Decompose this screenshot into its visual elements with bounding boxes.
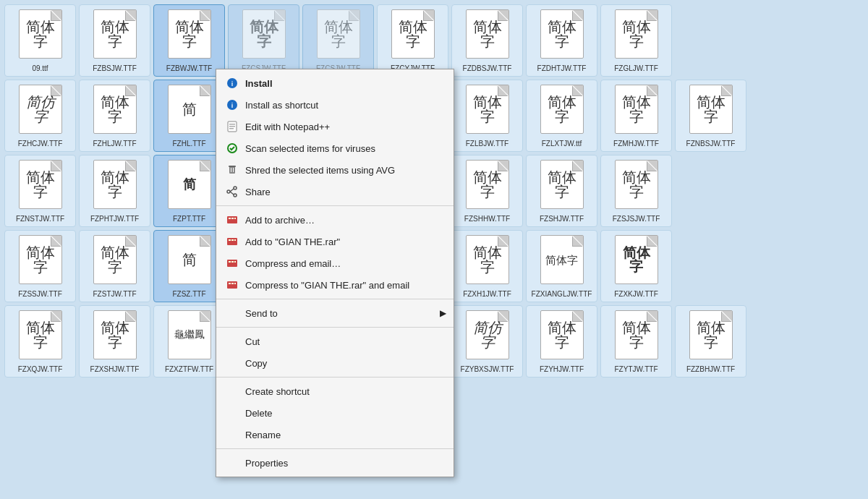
svg-rect-5 bbox=[229, 124, 235, 125]
menu-separator-3 bbox=[216, 327, 454, 328]
svg-rect-18 bbox=[227, 216, 237, 223]
install-shortcut-menu-item[interactable]: i Install as shortcut bbox=[216, 94, 454, 116]
svg-rect-31 bbox=[229, 283, 231, 284]
properties-menu-item[interactable]: Properties bbox=[216, 452, 454, 474]
svg-rect-10 bbox=[229, 166, 236, 167]
create-shortcut-menu-item[interactable]: Create shortcut bbox=[216, 380, 454, 402]
rename-menu-item[interactable]: Rename bbox=[216, 424, 454, 445]
svg-point-13 bbox=[234, 187, 237, 189]
cut-menu-item[interactable]: Cut bbox=[216, 330, 454, 352]
archive-icon-3 bbox=[225, 256, 239, 270]
compress-gianthe-email-menu-item[interactable]: Compress to "GIAN THE.rar" and email bbox=[216, 274, 454, 296]
menu-separator-2 bbox=[216, 299, 454, 299]
add-archive-menu-item[interactable]: Add to archive… bbox=[216, 209, 454, 231]
svg-rect-7 bbox=[229, 128, 234, 129]
svg-rect-23 bbox=[229, 239, 231, 241]
svg-rect-26 bbox=[227, 260, 237, 267]
svg-rect-6 bbox=[229, 126, 235, 127]
share-icon bbox=[225, 184, 239, 199]
context-menu: i Install i Install as shortcut Edit wit… bbox=[216, 69, 454, 477]
svg-rect-22 bbox=[227, 238, 237, 245]
scan-viruses-menu-item[interactable]: Scan selected items for viruses bbox=[216, 137, 454, 159]
context-menu-overlay: i Install i Install as shortcut Edit wit… bbox=[0, 0, 868, 499]
svg-rect-30 bbox=[227, 281, 237, 289]
svg-line-16 bbox=[230, 189, 234, 192]
svg-rect-19 bbox=[229, 218, 231, 219]
submenu-arrow: ▶ bbox=[440, 308, 446, 318]
svg-text:i: i bbox=[231, 80, 234, 88]
notepad-icon bbox=[225, 119, 239, 134]
archive-icon-4 bbox=[225, 278, 239, 292]
svg-rect-24 bbox=[231, 239, 234, 241]
copy-icon bbox=[225, 356, 239, 370]
install-shortcut-icon: i bbox=[225, 98, 239, 112]
share-menu-item[interactable]: Share bbox=[216, 181, 454, 202]
svg-rect-21 bbox=[234, 218, 236, 219]
svg-rect-29 bbox=[234, 261, 236, 263]
svg-rect-32 bbox=[231, 283, 234, 284]
svg-rect-25 bbox=[234, 239, 236, 241]
svg-rect-27 bbox=[229, 261, 231, 263]
edit-notepad-menu-item[interactable]: Edit with Notepad++ bbox=[216, 116, 454, 137]
archive-icon-1 bbox=[225, 213, 239, 227]
svg-rect-33 bbox=[234, 283, 236, 284]
compress-email-menu-item[interactable]: Compress and email… bbox=[216, 252, 454, 274]
send-to-icon bbox=[225, 306, 239, 320]
svg-rect-28 bbox=[231, 261, 234, 263]
delete-icon bbox=[225, 406, 239, 420]
cut-icon bbox=[225, 334, 239, 349]
svg-rect-11 bbox=[231, 168, 231, 172]
copy-menu-item[interactable]: Copy bbox=[216, 352, 454, 374]
install-icon: i bbox=[225, 76, 239, 90]
send-to-menu-item[interactable]: Send to ▶ bbox=[216, 302, 454, 324]
svg-line-17 bbox=[230, 192, 234, 195]
svg-rect-20 bbox=[231, 218, 234, 219]
archive-icon-2 bbox=[225, 234, 239, 249]
svg-text:i: i bbox=[231, 102, 234, 109]
svg-rect-12 bbox=[233, 168, 234, 172]
install-menu-item[interactable]: i Install bbox=[216, 72, 454, 94]
shred-icon bbox=[225, 163, 239, 177]
menu-separator-5 bbox=[216, 448, 454, 449]
scan-icon bbox=[225, 141, 239, 155]
svg-point-14 bbox=[234, 194, 237, 197]
shred-avg-menu-item[interactable]: Shred the selected items using AVG bbox=[216, 159, 454, 181]
svg-rect-9 bbox=[229, 166, 235, 174]
properties-icon bbox=[225, 456, 239, 470]
menu-separator-4 bbox=[216, 377, 454, 378]
add-gianthe-menu-item[interactable]: Add to "GIAN THE.rar" bbox=[216, 231, 454, 252]
delete-menu-item[interactable]: Delete bbox=[216, 402, 454, 424]
rename-icon bbox=[225, 427, 239, 442]
shortcut-icon bbox=[225, 384, 239, 398]
menu-separator-1 bbox=[216, 205, 454, 206]
svg-point-15 bbox=[227, 190, 230, 193]
file-grid: 简体字 09.ttf 简体字 FZBSJW.TTF 简体字 FZBWJW.TTF… bbox=[0, 0, 868, 499]
